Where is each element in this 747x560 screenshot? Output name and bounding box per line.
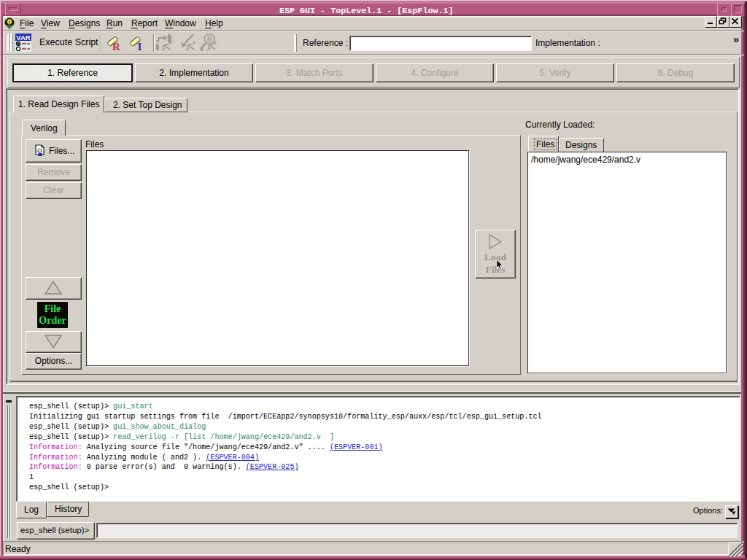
svg-text:B: B <box>206 35 212 43</box>
svg-text:I: I <box>138 41 142 51</box>
svg-text:VAR: VAR <box>16 34 30 42</box>
svg-text:R: R <box>112 41 120 51</box>
